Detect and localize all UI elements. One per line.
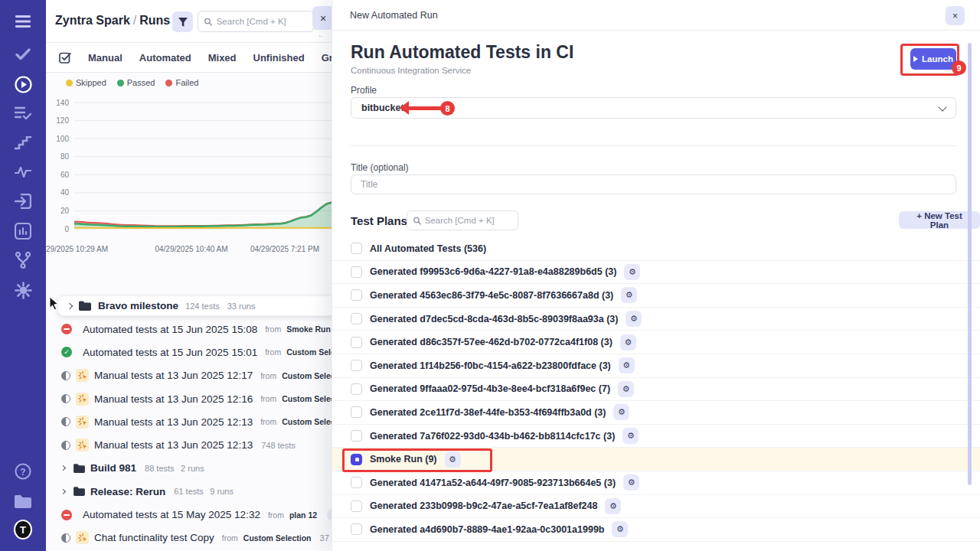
svg-text:40: 40 <box>60 188 70 197</box>
test-plan-row-selected[interactable]: Smoke Run (9)⚙ <box>332 448 980 471</box>
test-plan-settings-button[interactable]: ⚙ <box>620 334 636 350</box>
title-input[interactable] <box>351 174 956 194</box>
run-from-label: from <box>268 510 284 520</box>
check-icon[interactable] <box>14 45 32 64</box>
test-plan-settings-button[interactable]: ⚙ <box>605 498 621 514</box>
checkbox-checked[interactable] <box>351 454 362 465</box>
test-plans-label: Test Plans <box>351 214 407 227</box>
chevron-right-icon[interactable] <box>60 465 66 471</box>
menu-icon[interactable] <box>14 12 32 31</box>
test-plan-row[interactable]: Generated 9ffaaa02-975d-4b3e-8ee4-bcf318… <box>332 378 980 402</box>
test-plan-settings-button[interactable]: ⚙ <box>613 404 629 420</box>
test-plan-row[interactable]: Generated 2ce11f7d-38ef-44fe-b353-4f694f… <box>332 401 980 425</box>
tab-manual[interactable]: Manual <box>88 52 122 64</box>
run-from-label: from <box>222 533 238 543</box>
search-icon <box>204 18 212 26</box>
test-plan-settings-button[interactable]: ⚙ <box>618 381 634 397</box>
test-plan-row[interactable]: Generated 1f14b256-f0bc-4154-a622-b23800… <box>332 354 980 378</box>
branch-icon[interactable] <box>14 251 32 269</box>
test-plan-row[interactable]: Generated f99953c6-9d6a-4227-91a8-e4a882… <box>332 261 980 285</box>
sidebar: ? T <box>0 0 46 551</box>
gear-icon: ⚙ <box>627 431 635 441</box>
run-group-row[interactable]: Build 98188 tests 2 runs <box>46 457 332 480</box>
modal-scrollbar[interactable] <box>968 43 972 485</box>
run-group-name: Release: Rerun <box>90 486 165 497</box>
svg-text:04/29/2025 7:21 PM: 04/29/2025 7:21 PM <box>250 245 319 253</box>
run-from-label: from <box>260 394 276 403</box>
checkbox[interactable] <box>351 383 362 395</box>
steps-icon[interactable] <box>14 134 32 152</box>
sign-in-icon[interactable] <box>14 192 32 210</box>
checkbox[interactable] <box>351 430 362 442</box>
test-plan-settings-button[interactable]: ⚙ <box>623 474 639 491</box>
test-plan-settings-button[interactable]: ⚙ <box>612 521 628 537</box>
legend-dot <box>117 80 124 86</box>
checkbox[interactable] <box>351 523 362 535</box>
test-plan-settings-button[interactable]: ⚙ <box>445 452 461 468</box>
test-plan-row[interactable]: Generated a4d690b7-8889-4ae1-92aa-0c3001… <box>332 518 980 542</box>
help-icon[interactable]: ? <box>14 462 32 481</box>
gear-icon[interactable] <box>14 281 32 299</box>
run-row[interactable]: Chat functinality test CopyfromCustom Se… <box>46 527 332 549</box>
close-modal-button[interactable]: × <box>946 6 965 25</box>
close-runs-popover-button[interactable]: × <box>312 6 332 30</box>
checkbox[interactable] <box>351 313 362 324</box>
run-group-row[interactable]: Release: Rerun61 tests 9 runs <box>46 480 332 503</box>
runs-search-input[interactable] <box>217 17 307 26</box>
launch-button[interactable]: Launch <box>910 48 956 70</box>
test-plan-row[interactable]: Generated 7a76f022-93d0-434b-b462-bb8114… <box>332 425 980 448</box>
docs-folder-icon[interactable] <box>14 492 32 510</box>
run-row[interactable]: Manual tests at 13 Jun 2025 12:17fromCus… <box>46 364 332 387</box>
select-runs-icon[interactable] <box>59 51 71 64</box>
test-plan-settings-button[interactable]: ⚙ <box>621 287 637 303</box>
test-plan-row[interactable]: Generated 41471a52-a644-49f7-9085-923713… <box>332 471 980 495</box>
tab-unfinished[interactable]: Unfinished <box>253 52 305 64</box>
milestone-group-row[interactable]: Bravo milestone 124 tests33 runs <box>57 295 332 316</box>
checkbox[interactable] <box>351 289 362 301</box>
checkbox[interactable] <box>351 500 362 512</box>
test-plans-search <box>407 210 518 230</box>
checkbox[interactable] <box>351 477 362 488</box>
test-plan-settings-button[interactable]: ⚙ <box>622 428 639 444</box>
tab-automated[interactable]: Automated <box>139 52 191 64</box>
pulse-icon[interactable] <box>14 163 32 181</box>
run-row[interactable]: Manual tests at 13 Jun 2025 12:13748 tes… <box>46 433 332 456</box>
checkbox[interactable] <box>351 266 362 278</box>
report-icon[interactable] <box>14 222 32 240</box>
checkbox[interactable] <box>351 406 362 418</box>
legend-item-skipped: Skipped <box>66 78 106 87</box>
test-plan-settings-button[interactable]: ⚙ <box>626 311 642 327</box>
checkbox[interactable] <box>351 360 362 371</box>
test-plan-row[interactable]: All Automated Tests (536) <box>332 237 980 261</box>
run-row[interactable]: Manual tests at 13 Jun 2025 12:13fromCus… <box>46 410 332 433</box>
run-row[interactable]: Automated tests at 15 May 2025 12:32from… <box>46 503 332 526</box>
svg-text:80: 80 <box>60 152 70 161</box>
run-row[interactable]: Automated tests at 15 Jun 2025 15:08from… <box>46 318 332 341</box>
legend-dot <box>165 80 172 86</box>
new-automated-run-modal: New Automated Run × Run Automated Tests … <box>332 0 980 551</box>
test-plan-label: Generated f99953c6-9d6a-4227-91a8-e4a882… <box>370 266 616 277</box>
play-circle-icon[interactable] <box>14 75 32 93</box>
test-plan-settings-button[interactable]: ⚙ <box>619 357 635 373</box>
checkbox[interactable] <box>351 243 362 254</box>
chevron-right-icon[interactable] <box>60 489 66 494</box>
test-plan-row[interactable]: Generated d7dec5cd-8cda-463d-8b5c-89039f… <box>332 308 980 331</box>
run-title: Automated tests at 15 May 2025 12:32 <box>83 509 260 520</box>
filter-button[interactable] <box>172 11 193 32</box>
run-title: Automated tests at 15 Jun 2025 15:01 <box>83 347 257 358</box>
run-row[interactable]: ✓Automated tests at 15 Jun 2025 15:01fro… <box>46 341 332 364</box>
breadcrumb: Zyntra Spark/Runs <box>55 14 170 28</box>
test-plan-row[interactable]: Generated 4563ec86-3f79-4e5c-8087-8f7636… <box>332 284 980 308</box>
runs-list-icon[interactable] <box>14 104 32 122</box>
test-plan-row[interactable]: Generated d86c357f-57ee-462d-b702-0772ca… <box>332 331 980 354</box>
test-plan-row[interactable]: Generated 233b0998-b9c2-47ae-a5cf-7ea1af… <box>332 495 980 519</box>
tab-mixed[interactable]: Mixed <box>208 52 237 64</box>
tab-groups[interactable]: Groups <box>322 52 332 64</box>
checkbox[interactable] <box>351 337 362 348</box>
chevron-right-icon[interactable] <box>67 302 73 308</box>
app-logo[interactable]: T <box>14 520 32 539</box>
test-plans-search-input[interactable] <box>425 216 511 225</box>
test-plan-settings-button[interactable]: ⚙ <box>624 264 640 280</box>
run-from-label: from <box>260 417 276 426</box>
run-row[interactable]: Manual tests at 13 Jun 2025 12:16fromCus… <box>46 387 332 410</box>
